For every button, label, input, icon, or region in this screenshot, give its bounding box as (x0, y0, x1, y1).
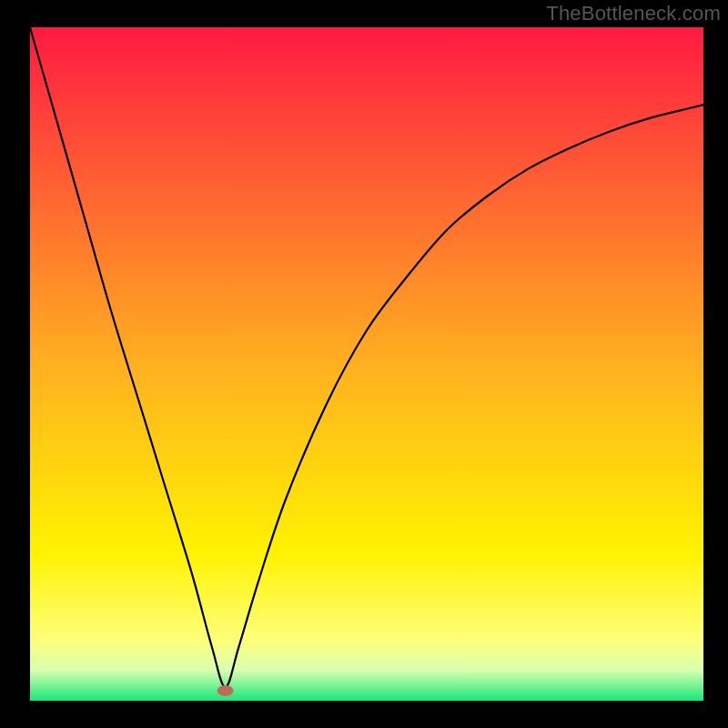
plot-svg (30, 27, 703, 701)
chart-frame: TheBottleneck.com (0, 0, 728, 728)
minimum-marker (217, 685, 234, 696)
watermark-label: TheBottleneck.com (546, 2, 721, 25)
plot-area (30, 27, 703, 701)
gradient-background (30, 27, 703, 701)
